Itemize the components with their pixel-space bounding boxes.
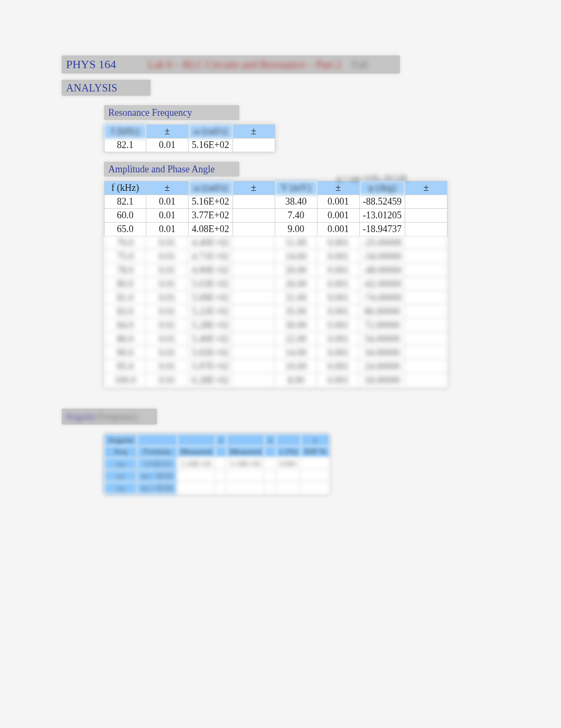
cell: 86.0 <box>104 333 146 346</box>
col-header: Angular <box>104 434 137 446</box>
cell: 0.01 <box>146 319 189 333</box>
amplitude-table: f (kHz) ± ω (rad/s) ± V (mV) ± φ (deg) ±… <box>104 181 447 388</box>
cell: -48.00000 <box>360 264 406 278</box>
col-header: f (kHz) <box>104 181 146 195</box>
cell: 0.01 <box>146 236 189 250</box>
cell <box>233 291 275 305</box>
cell <box>405 236 447 250</box>
cell: -74.00000 <box>360 291 406 305</box>
cell: 65.0 <box>104 223 146 236</box>
cell: 5.16E+02 <box>227 458 265 470</box>
cell <box>405 333 447 346</box>
cell: 5.16E+02 <box>177 458 216 470</box>
cell <box>216 482 227 494</box>
cell: 5.09E+02 <box>189 291 233 305</box>
table-row: 75.00.014.71E+0214.600.001-34.00000 <box>104 250 447 264</box>
cell: ω₂ <box>104 482 137 494</box>
cell: 78.0 <box>104 264 146 278</box>
cell <box>405 209 447 223</box>
cell: 4.40E+02 <box>189 236 233 250</box>
col-header: ± <box>233 181 275 195</box>
cell: 14.60 <box>275 250 317 264</box>
table-row: 78.00.014.90E+0220.000.001-48.00000 <box>104 264 447 278</box>
table-row: ω₂ω₀ + R/2L <box>104 482 330 494</box>
cell: 0.01 <box>146 139 189 152</box>
cell: 0.001 <box>317 209 360 223</box>
cell: 0.001 <box>317 333 360 346</box>
cell: 83.0 <box>104 305 146 319</box>
cell: 1/√(LC) <box>137 458 177 470</box>
cell: -34.00000 <box>360 250 406 264</box>
cell <box>233 360 275 374</box>
cell <box>276 482 301 494</box>
cell: 4.71E+02 <box>189 250 233 264</box>
cell: 18.00000 <box>360 374 406 388</box>
cell: 95.0 <box>104 360 146 374</box>
cell: 11.00 <box>275 236 317 250</box>
table-row: 95.00.015.97E+0210.000.00124.00000 <box>104 360 447 374</box>
col-header: ω (rad/s) <box>189 124 233 139</box>
table-row: Angular ± ± ± <box>104 434 330 446</box>
cell: 72.00000 <box>360 319 406 333</box>
cell: 82.1 <box>104 139 146 152</box>
col-header: ± <box>265 434 276 446</box>
cell: 5.40E+02 <box>189 333 233 346</box>
cell: 22.00 <box>275 333 317 346</box>
cell: 0.01 <box>146 250 189 264</box>
cell <box>233 209 275 223</box>
lab-title-blur: Lab 6 – RLC Circuits and Resonance – Par… <box>148 59 341 71</box>
col-header: freq <box>104 446 137 458</box>
cell: 80.0 <box>104 278 146 291</box>
cell: -88.52459 <box>360 195 406 209</box>
cell: 0.01 <box>146 360 189 374</box>
table-row: freq Formula Measured Measured ± (%) Dif… <box>104 446 330 458</box>
col-header: ± <box>233 124 275 139</box>
col-header: Diff % <box>301 446 330 458</box>
col-header: Measured <box>177 446 216 458</box>
table-row: 60.00.013.77E+027.400.001-13.01205 <box>104 209 447 223</box>
cell: ω₀ + R/2L <box>137 482 177 494</box>
angular-grey: Frequency <box>98 411 138 422</box>
table-row: 86.00.015.40E+0222.000.00154.00000 <box>104 333 447 346</box>
cell: ω₁ <box>104 470 137 482</box>
cell: 0.01 <box>146 278 189 291</box>
cell <box>216 458 227 470</box>
cell: 0.01 <box>146 333 189 346</box>
cell <box>177 482 216 494</box>
cell: 9.00 <box>275 223 317 236</box>
cell: 0.01 <box>146 374 189 388</box>
table-row: 65.00.014.08E+029.000.001-18.94737 <box>104 223 447 236</box>
cell: 5.16E+02 <box>189 195 233 209</box>
cell: 60.0 <box>104 209 146 223</box>
cell: 20.00 <box>275 264 317 278</box>
cell: 5.28E+02 <box>189 319 233 333</box>
cell <box>227 470 265 482</box>
cell <box>301 458 330 470</box>
cell: 26.00 <box>275 278 317 291</box>
cell: 31.00 <box>275 291 317 305</box>
cell: 0.01 <box>146 291 189 305</box>
cell: 0.001 <box>317 223 360 236</box>
col-header: ± <box>216 434 227 446</box>
cell: 0.001 <box>317 278 360 291</box>
cell: 100.0 <box>104 374 146 388</box>
cell: -13.01205 <box>360 209 406 223</box>
cell <box>233 264 275 278</box>
col-header <box>265 446 276 458</box>
term-blur: Fall <box>352 59 368 71</box>
cell: 5.65E+02 <box>189 346 233 360</box>
cell: 3.77E+02 <box>189 209 233 223</box>
cell <box>265 482 276 494</box>
col-header: ± <box>146 124 189 139</box>
cell <box>405 346 447 360</box>
cell: 10.00 <box>275 360 317 374</box>
cell <box>233 278 275 291</box>
col-header <box>276 434 301 446</box>
cell: 8.00 <box>275 374 317 388</box>
table-row: 82.1 0.01 5.16E+02 <box>104 139 275 152</box>
cell: 81.0 <box>104 291 146 305</box>
cell <box>405 291 447 305</box>
cell: 5.03E+02 <box>189 278 233 291</box>
cell <box>405 223 447 236</box>
cell: 84.0 <box>104 319 146 333</box>
